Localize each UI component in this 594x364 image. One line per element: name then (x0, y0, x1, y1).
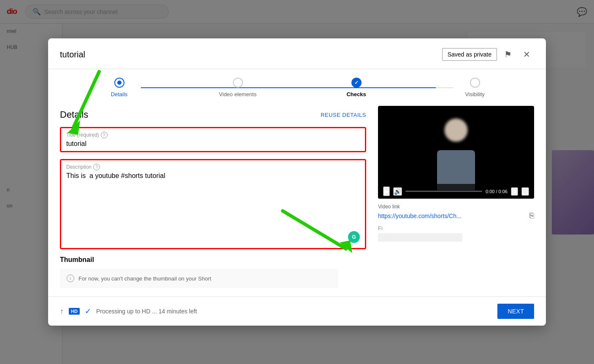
copy-icon[interactable]: ⎘ (529, 211, 534, 220)
section-header: Details REUSE DETAILS (60, 109, 366, 120)
modal-header: tutorial Saved as private ⚑ ✕ (48, 38, 546, 69)
reuse-details-link[interactable]: REUSE DETAILS (321, 112, 366, 118)
step-circle-video (233, 78, 243, 88)
file-info: Fi (378, 225, 534, 242)
footer-status: Processing up to HD ... 14 minutes left (96, 308, 197, 315)
file-label: Fi (378, 225, 383, 232)
step-circle-details (114, 78, 124, 88)
modal-right-content: ▶ 🔊 0:00 / 0:06 ⚙ ⛶ Video link https:/ (378, 106, 534, 288)
video-preview: ▶ 🔊 0:00 / 0:06 ⚙ ⛶ (378, 106, 534, 199)
title-label: Title (required) ? (61, 128, 365, 138)
upload-icon: ↑ (60, 307, 64, 316)
modal-body: Details REUSE DETAILS Title (required) ?… (48, 106, 546, 297)
next-button[interactable]: NEXT (497, 304, 534, 319)
fullscreen-button[interactable]: ⛶ (521, 187, 529, 196)
volume-button[interactable]: 🔊 (393, 187, 402, 196)
step-label-checks: Checks (346, 91, 366, 97)
flag-button[interactable]: ⚑ (500, 47, 516, 62)
step-label-details: Details (111, 91, 128, 97)
title-input[interactable] (61, 138, 365, 151)
close-icon: ✕ (523, 49, 530, 59)
stepper: Details Video elements ✓ Checks (48, 69, 546, 106)
thumbnail-notice: i For now, you can't change the thumbnai… (60, 269, 338, 288)
video-link-label: Video link (378, 204, 534, 210)
step-details[interactable]: Details (60, 78, 178, 97)
footer-left: ↑ HD ✓ Processing up to HD ... 14 minute… (60, 307, 197, 316)
step-label-video: Video elements (219, 91, 256, 97)
step-label-visibility: Visibility (465, 91, 485, 97)
close-button[interactable]: ✕ (519, 47, 534, 62)
section-title: Details (60, 109, 88, 120)
flag-icon: ⚑ (504, 49, 512, 59)
saved-private-button[interactable]: Saved as private (442, 48, 497, 61)
settings-button[interactable]: ⚙ (511, 187, 518, 196)
header-actions: Saved as private ⚑ ✕ (442, 47, 534, 62)
description-label: Description ? (61, 160, 365, 170)
play-button[interactable]: ▶ (383, 186, 390, 196)
modal-overlay: tutorial Saved as private ⚑ ✕ (0, 0, 594, 364)
person-face (445, 119, 468, 142)
video-link-section: Video link https://youtube.com/shorts/Ch… (378, 204, 534, 220)
step-checks[interactable]: ✓ Checks (297, 78, 416, 97)
step-video-elements[interactable]: Video elements (178, 78, 297, 97)
info-icon: i (67, 275, 74, 282)
step-circle-checks: ✓ (351, 78, 362, 88)
step-visibility[interactable]: Visibility (416, 78, 534, 97)
progress-bar[interactable] (405, 191, 482, 192)
thumbnail-title: Thumbnail (60, 256, 366, 264)
upload-modal: tutorial Saved as private ⚑ ✕ (48, 38, 546, 326)
thumbnail-notice-text: For now, you can't change the thumbnail … (78, 275, 211, 282)
processing-check-icon: ✓ (85, 307, 91, 316)
hd-badge: HD (69, 308, 80, 315)
title-input-group: Title (required) ? (60, 127, 366, 152)
thumbnail-section: Thumbnail i For now, you can't change th… (60, 256, 366, 288)
description-input-group: Description ? This is a youtube #shorts … (60, 159, 366, 249)
grammarly-icon[interactable]: G (348, 231, 360, 243)
video-link-row: https://youtube.com/shorts/Ch... ⎘ (378, 211, 534, 220)
video-controls: ▶ 🔊 0:00 / 0:06 ⚙ ⛶ (378, 184, 534, 199)
time-display: 0:00 / 0:06 (486, 189, 508, 194)
description-help-icon[interactable]: ? (93, 164, 100, 170)
step-circle-visibility (470, 78, 480, 88)
modal-title: tutorial (60, 50, 85, 59)
modal-footer: ↑ HD ✓ Processing up to HD ... 14 minute… (48, 297, 546, 326)
stepper-steps: Details Video elements ✓ Checks (60, 78, 534, 97)
textarea-wrapper: This is a youtube #shorts tutorial G (61, 170, 365, 248)
title-help-icon[interactable]: ? (101, 132, 108, 138)
description-textarea[interactable]: This is a youtube #shorts tutorial (61, 170, 365, 246)
modal-left-content: Details REUSE DETAILS Title (required) ?… (60, 106, 366, 288)
video-link-url[interactable]: https://youtube.com/shorts/Ch... (378, 213, 462, 219)
